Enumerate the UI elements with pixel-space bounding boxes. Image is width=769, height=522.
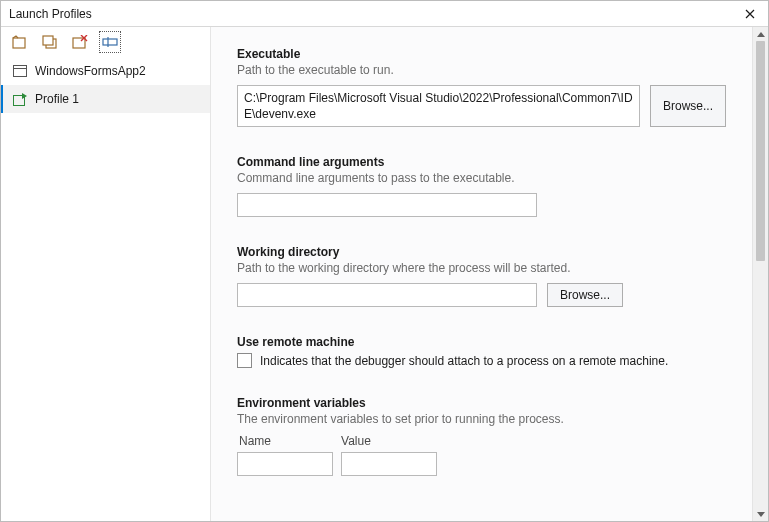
workdir-heading: Working directory [237, 245, 726, 259]
section-remote: Use remote machine Indicates that the de… [237, 335, 726, 368]
workdir-desc: Path to the working directory where the … [237, 261, 726, 275]
window-title: Launch Profiles [9, 7, 736, 21]
window-icon [13, 65, 27, 77]
env-desc: The environment variables to set prior t… [237, 412, 726, 426]
env-col-value: Value [341, 434, 371, 448]
profiles-list: WindowsFormsApp2 Profile 1 [1, 57, 210, 521]
executable-desc: Path to the executable to run. [237, 63, 726, 77]
profile-item-profile1[interactable]: Profile 1 [1, 85, 210, 113]
main-area: WindowsFormsApp2 Profile 1 Executable Pa… [1, 27, 768, 521]
sidebar-toolbar [1, 27, 210, 57]
args-desc: Command line arguments to pass to the ex… [237, 171, 726, 185]
workdir-input[interactable] [237, 283, 537, 307]
executable-browse-button[interactable]: Browse... [650, 85, 726, 127]
args-heading: Command line arguments [237, 155, 726, 169]
new-profile-icon[interactable] [11, 33, 29, 51]
executable-input[interactable]: C:\Program Files\Microsoft Visual Studio… [237, 85, 640, 127]
close-button[interactable] [736, 3, 764, 25]
rename-profile-icon[interactable] [101, 33, 119, 51]
remote-label: Indicates that the debugger should attac… [260, 354, 668, 368]
scroll-up-icon[interactable] [753, 27, 768, 41]
content-wrap: Executable Path to the executable to run… [211, 27, 768, 521]
section-env: Environment variables The environment va… [237, 396, 726, 476]
remote-checkbox[interactable] [237, 353, 252, 368]
scrollbar-thumb[interactable] [756, 41, 765, 261]
profile-item-label: Profile 1 [35, 92, 79, 106]
svg-rect-6 [14, 66, 27, 77]
svg-rect-4 [103, 39, 117, 45]
titlebar: Launch Profiles [1, 1, 768, 27]
vertical-scrollbar[interactable] [752, 27, 768, 521]
args-input[interactable] [237, 193, 537, 217]
env-name-input[interactable] [237, 452, 333, 476]
duplicate-profile-icon[interactable] [41, 33, 59, 51]
profile-item-windowsformsapp2[interactable]: WindowsFormsApp2 [1, 57, 210, 85]
svg-rect-2 [43, 36, 53, 45]
env-col-name: Name [239, 434, 271, 448]
env-heading: Environment variables [237, 396, 726, 410]
env-value-input[interactable] [341, 452, 437, 476]
exe-icon [13, 93, 27, 106]
section-args: Command line arguments Command line argu… [237, 155, 726, 217]
content: Executable Path to the executable to run… [211, 27, 752, 521]
section-executable: Executable Path to the executable to run… [237, 47, 726, 127]
delete-profile-icon[interactable] [71, 33, 89, 51]
workdir-browse-button[interactable]: Browse... [547, 283, 623, 307]
scroll-down-icon[interactable] [753, 507, 768, 521]
remote-heading: Use remote machine [237, 335, 726, 349]
profile-item-label: WindowsFormsApp2 [35, 64, 146, 78]
executable-heading: Executable [237, 47, 726, 61]
svg-rect-0 [13, 38, 25, 48]
sidebar: WindowsFormsApp2 Profile 1 [1, 27, 211, 521]
section-workdir: Working directory Path to the working di… [237, 245, 726, 307]
